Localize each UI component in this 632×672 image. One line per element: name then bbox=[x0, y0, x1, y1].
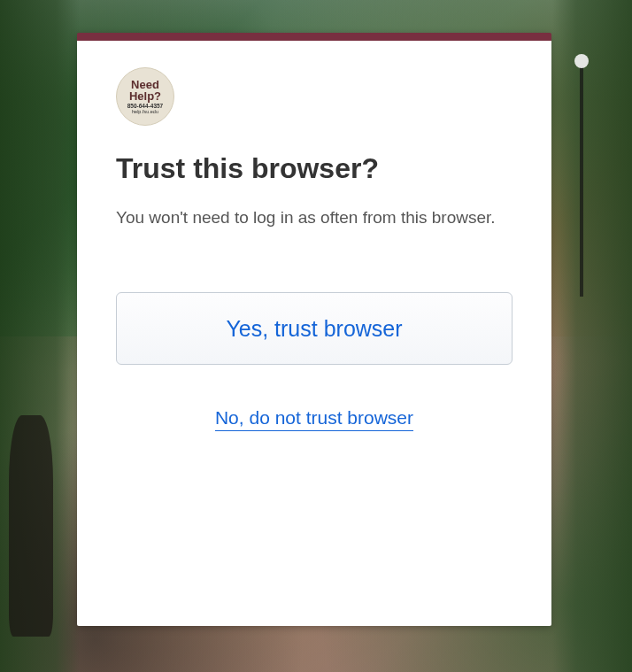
help-badge-phone: 850-644-4357 bbox=[127, 103, 163, 109]
background-lamppost bbox=[580, 66, 583, 297]
modal-content: Need Help? 850-644-4357 help.fsu.edu Tru… bbox=[77, 41, 551, 467]
trust-browser-modal: Need Help? 850-644-4357 help.fsu.edu Tru… bbox=[77, 33, 551, 626]
help-badge[interactable]: Need Help? 850-644-4357 help.fsu.edu bbox=[116, 67, 174, 126]
secondary-link-wrap: No, do not trust browser bbox=[116, 407, 513, 431]
do-not-trust-link[interactable]: No, do not trust browser bbox=[215, 407, 413, 431]
help-badge-url: help.fsu.edu bbox=[132, 109, 158, 114]
page-title: Trust this browser? bbox=[116, 152, 513, 185]
background-trees-right bbox=[552, 0, 632, 672]
subtitle-text: You won't need to log in as often from t… bbox=[116, 205, 513, 230]
trust-browser-button[interactable]: Yes, trust browser bbox=[116, 292, 513, 365]
help-badge-title-line2: Help? bbox=[129, 90, 161, 102]
background-statue bbox=[9, 415, 53, 637]
